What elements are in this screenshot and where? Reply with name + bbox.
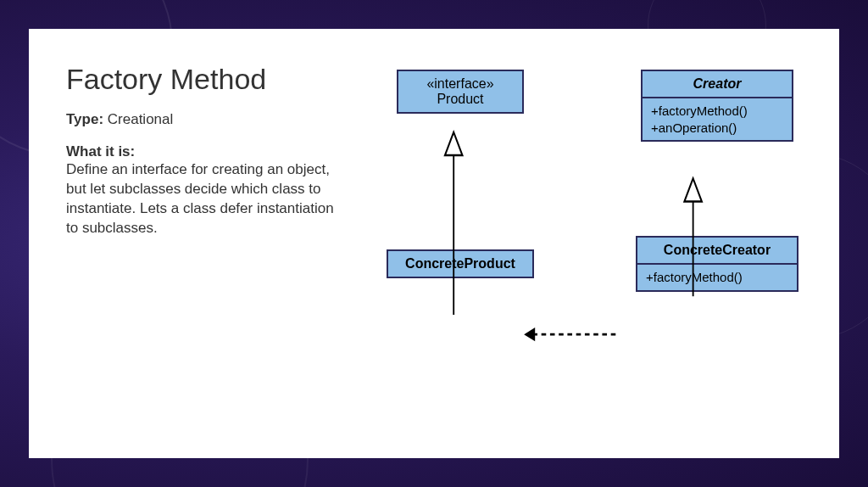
uml-class-name: Product <box>410 92 510 107</box>
uml-diagram: «interface» Product Creator +factoryMeth… <box>363 63 805 433</box>
what-label: What it is: <box>66 143 135 160</box>
pattern-title: Factory Method <box>66 63 346 96</box>
svg-marker-3 <box>684 178 702 201</box>
uml-class-creator: Creator +factoryMethod() +anOperation() <box>641 70 793 142</box>
uml-operation: +factoryMethod() <box>646 269 788 286</box>
uml-operations: +factoryMethod() <box>637 263 797 290</box>
uml-class-name: ConcreteCreator <box>649 243 785 258</box>
uml-class-header: ConcreteProduct <box>388 251 532 277</box>
uml-class-header: ConcreteCreator <box>637 238 797 263</box>
type-line: Type: Creational <box>66 111 346 128</box>
uml-class-header: «interface» Product <box>398 71 522 112</box>
uml-class-concrete-creator: ConcreteCreator +factoryMethod() <box>636 236 798 292</box>
uml-class-header: Creator <box>643 71 792 97</box>
uml-operation: +anOperation() <box>651 120 783 137</box>
uml-class-concrete-product: ConcreteProduct <box>387 249 534 278</box>
uml-operation: +factoryMethod() <box>651 103 783 120</box>
uml-stereotype: «interface» <box>410 76 510 92</box>
uml-class-name: ConcreteProduct <box>400 256 520 271</box>
uml-operations: +factoryMethod() +anOperation() <box>643 97 792 140</box>
type-label: Type: <box>66 111 103 127</box>
uml-class-product: «interface» Product <box>397 70 524 114</box>
type-value: Creational <box>103 111 173 127</box>
uml-class-name: Creator <box>654 76 780 92</box>
pattern-description: Define an interface for creating an obje… <box>66 161 334 236</box>
svg-marker-1 <box>445 132 463 155</box>
what-block: What it is: Define an interface for crea… <box>66 143 346 238</box>
svg-marker-5 <box>524 327 535 341</box>
text-column: Factory Method Type: Creational What it … <box>66 63 346 433</box>
slide-card: Factory Method Type: Creational What it … <box>29 29 839 458</box>
